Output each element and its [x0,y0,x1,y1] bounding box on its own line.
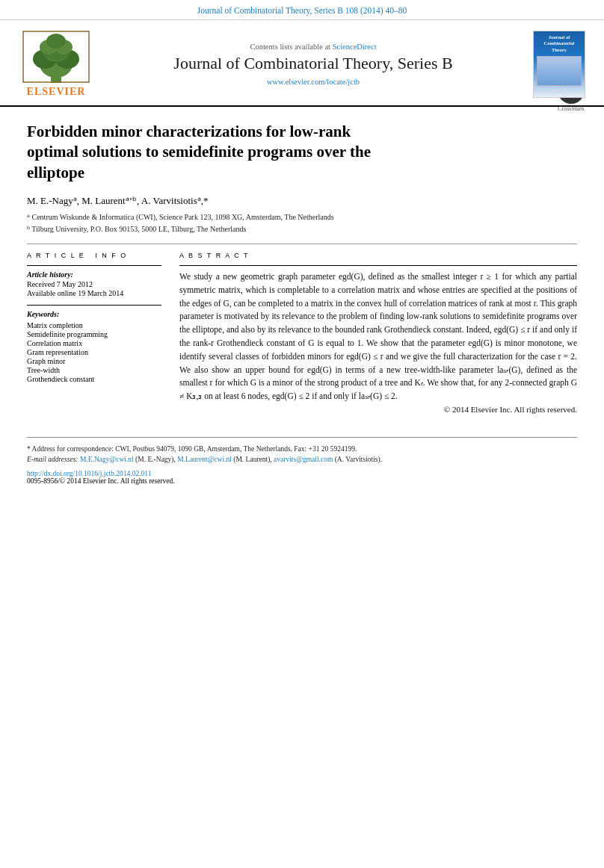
footer-block: * Address for correspondence: CWI, Postb… [27,437,577,485]
elsevier-text: ELSEVIER [27,86,86,98]
affiliation-b: ᵇ Tilburg University, P.O. Box 90153, 50… [27,223,577,235]
authors-line: M. E.-Nagyᵃ, M. Laurentᵃ’ᵇ, A. Varvitsio… [27,195,577,207]
doi-line: http://dx.doi.org/10.1016/j.jctb.2014.02… [27,470,577,477]
copyright-notice: © 2014 Elsevier Inc. All rights reserved… [179,403,577,416]
science-direct-line: Contents lists available at ScienceDirec… [250,43,376,51]
keywords-label: Keywords: [27,310,161,318]
svg-point-7 [46,34,66,49]
keyword-7: Grothendieck constant [27,375,161,383]
journal-url: www.elsevier.com/locate/jctb [267,78,360,86]
keywords-block: Keywords: Matrix completion Semidefinite… [27,305,161,383]
article-title: Forbidden minor characterizations for lo… [27,122,401,183]
doi-link[interactable]: http://dx.doi.org/10.1016/j.jctb.2014.02… [27,470,152,477]
issn-line: 0095-8956/© 2014 Elsevier Inc. All right… [27,477,577,485]
keyword-3: Correlation matrix [27,339,161,347]
keyword-5: Graph minor [27,357,161,365]
article-info-header: A R T I C L E I N F O [27,252,161,259]
journal-citation: Journal of Combinatorial Theory, Series … [197,6,407,15]
affiliations-block: ᵃ Centrum Wiskunde & Informatica (CWI), … [27,211,577,235]
abstract-body: We study a new geometric graph parameter… [179,272,577,400]
two-column-layout: A R T I C L E I N F O Article history: R… [27,252,577,416]
journal-cover-area: Journal ofCombinatorialTheory Series B [529,31,589,98]
correspondence-note: * Address for correspondence: CWI, Postb… [27,444,577,465]
left-column: A R T I C L E I N F O Article history: R… [27,252,161,416]
abstract-block: We study a new geometric graph parameter… [179,265,577,416]
email-link-laurent[interactable]: M.Laurent@cwi.nl [177,456,232,463]
keyword-4: Gram representation [27,348,161,356]
email-link-nagy[interactable]: M.E.Nagy@cwi.nl [80,456,134,463]
available-date: Available online 19 March 2014 [27,289,161,297]
abstract-text: We study a new geometric graph parameter… [179,270,577,416]
author-names: M. E.-Nagyᵃ, M. Laurentᵃ’ᵇ, A. Varvitsio… [27,195,208,206]
keyword-2: Semidefinite programming [27,330,161,338]
received-date: Received 7 May 2012 [27,280,161,288]
correspondence-text: * Address for correspondence: CWI, Postb… [27,445,357,453]
journal-info-center: Contents lists available at ScienceDirec… [105,31,522,98]
affiliation-a: ᵃ Centrum Wiskunde & Informatica (CWI), … [27,211,577,223]
journal-header: ELSEVIER Contents lists available at Sci… [0,20,604,107]
email-link-avarvits[interactable]: avarvits@gmail.com [274,456,333,463]
journal-title: Journal of Combinatorial Theory, Series … [173,54,452,73]
journal-citation-bar: Journal of Combinatorial Theory, Series … [0,0,604,20]
abstract-header: A B S T R A C T [179,252,577,259]
crossmark-label: CrossMark [558,105,585,112]
science-direct-link[interactable]: ScienceDirect [333,43,377,51]
header-divider [27,244,577,244]
right-column: A B S T R A C T We study a new geometric… [179,252,577,416]
elsevier-logo-area: ELSEVIER [15,31,97,98]
article-body: ✕ CrossMark Forbidden minor characteriza… [0,107,604,428]
article-history-block: Article history: Received 7 May 2012 Ava… [27,265,161,297]
elsevier-tree-icon [22,31,90,83]
journal-cover-image: Journal ofCombinatorialTheory Series B [533,31,585,98]
email-line: E-mail addresses: M.E.Nagy@cwi.nl (M. E.… [27,456,382,463]
keyword-6: Tree-width [27,366,161,374]
history-label: Article history: [27,270,161,279]
keyword-1: Matrix completion [27,321,161,329]
